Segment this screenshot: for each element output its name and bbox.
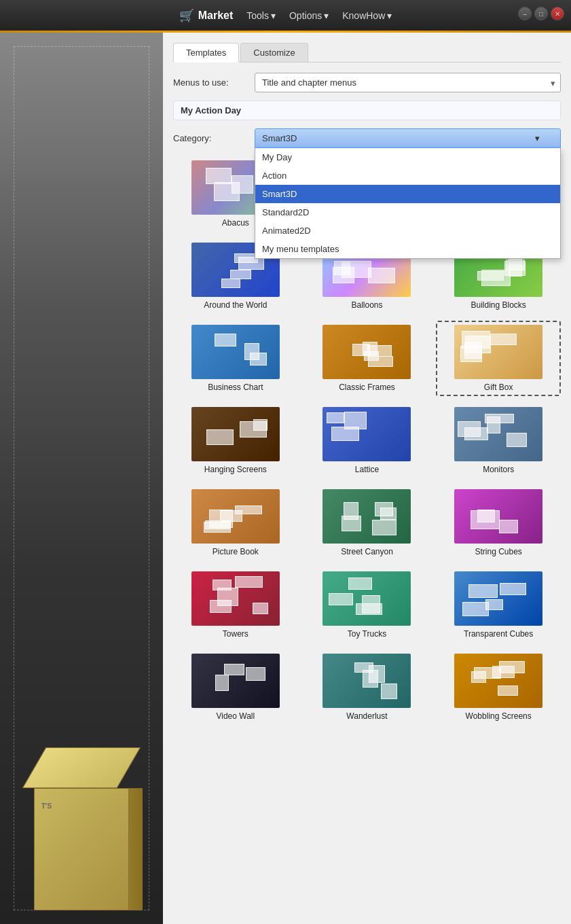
template-item-toy-trucks[interactable]: Toy Trucks xyxy=(305,567,430,643)
template-label-balloons: Balloons xyxy=(351,300,382,310)
project-name: My Action Day xyxy=(181,105,241,116)
template-thumb-string-cubes xyxy=(454,489,542,544)
template-item-video-wall[interactable]: Video Wall xyxy=(173,650,298,725)
category-option-my-day[interactable]: My Day xyxy=(255,148,560,166)
box-front-face: T'S xyxy=(34,788,129,910)
template-label-picture-book: Picture Book xyxy=(213,547,259,556)
template-thumb-wanderlust xyxy=(323,654,411,708)
close-button[interactable]: ✕ xyxy=(551,7,564,20)
template-label-monitors: Monitors xyxy=(483,465,514,474)
template-thumb-wobbling-screens xyxy=(454,654,542,708)
window-controls: – □ ✕ xyxy=(518,7,564,20)
template-item-street-canyon[interactable]: Street Canyon xyxy=(305,485,430,561)
category-option-smart3d[interactable]: Smart3D xyxy=(255,185,560,203)
template-item-string-cubes[interactable]: String Cubes xyxy=(436,485,561,561)
template-label-street-canyon: Street Canyon xyxy=(341,547,393,556)
template-item-wobbling-screens[interactable]: Wobbling Screens xyxy=(436,650,561,725)
options-menu[interactable]: Options ▾ xyxy=(289,10,329,21)
template-thumb-toy-trucks xyxy=(323,571,411,626)
menus-row: Menus to use: Title and chapter menus ▾ xyxy=(173,73,561,92)
category-arrow-icon: ▾ xyxy=(535,133,540,143)
template-item-wanderlust[interactable]: Wanderlust xyxy=(305,650,430,725)
category-selected-text: Smart3D xyxy=(262,133,297,143)
template-thumb-classic-frames xyxy=(323,325,411,379)
category-option-my-menu[interactable]: My menu templates xyxy=(255,240,560,258)
template-item-classic-frames[interactable]: Classic Frames xyxy=(305,321,430,396)
tab-bar: Templates Customize xyxy=(173,43,561,63)
template-thumb-gift-box xyxy=(454,325,542,379)
panel-illustration: T'S xyxy=(0,211,163,924)
right-panel: Templates Customize Menus to use: Title … xyxy=(163,33,571,924)
template-item-business-chart[interactable]: Business Chart xyxy=(173,321,298,396)
template-label-string-cubes: String Cubes xyxy=(475,547,521,556)
category-dropdown-selected[interactable]: Smart3D ▾ xyxy=(255,128,561,148)
category-row: Category: Smart3D ▾ My Day Action Smart3… xyxy=(173,128,561,148)
project-name-row: My Action Day xyxy=(173,101,561,120)
category-option-standard2d[interactable]: Standard2D xyxy=(255,203,560,221)
template-item-towers[interactable]: Towers xyxy=(173,567,298,643)
template-item-picture-book[interactable]: Picture Book xyxy=(173,485,298,561)
main-area: T'S Templates Customize Menus to use: Ti… xyxy=(0,33,571,924)
minimize-button[interactable]: – xyxy=(518,7,532,20)
market-icon: 🛒 xyxy=(179,8,194,23)
template-item-transparent-cubes[interactable]: Transparent Cubes xyxy=(436,567,561,643)
template-thumb-business-chart xyxy=(191,325,280,379)
template-thumb-towers xyxy=(191,571,280,626)
template-thumb-transparent-cubes xyxy=(454,571,542,626)
template-label-building-blocks: Building Blocks xyxy=(471,300,526,310)
box-top-face xyxy=(22,747,141,788)
template-label-towers: Towers xyxy=(223,629,248,639)
template-label-toy-trucks: Toy Trucks xyxy=(348,629,386,639)
category-dropdown-container: Smart3D ▾ My Day Action Smart3D Standard… xyxy=(255,128,561,148)
template-thumb-street-canyon xyxy=(323,489,411,544)
knowhow-arrow-icon: ▾ xyxy=(387,10,392,21)
template-item-hanging-screens[interactable]: Hanging Screens xyxy=(173,403,298,478)
template-label-around-world: Around the World xyxy=(204,300,267,310)
box-illustration: T'S xyxy=(14,707,149,910)
template-item-lattice[interactable]: Lattice xyxy=(305,403,430,478)
category-dropdown-list: My Day Action Smart3D Standard2D Animate… xyxy=(255,148,561,259)
tab-templates[interactable]: Templates xyxy=(173,43,239,63)
title-bar: 🛒 Market Tools ▾ Options ▾ KnowHow ▾ – □… xyxy=(0,0,571,31)
maximize-button[interactable]: □ xyxy=(534,7,548,20)
options-arrow-icon: ▾ xyxy=(324,10,329,21)
market-logo: 🛒 Market xyxy=(179,8,234,23)
template-thumb-video-wall xyxy=(191,654,280,708)
menus-select[interactable]: Title and chapter menus xyxy=(255,73,561,92)
category-option-action[interactable]: Action xyxy=(255,166,560,185)
template-label-transparent-cubes: Transparent Cubes xyxy=(464,629,533,639)
template-label-classic-frames: Classic Frames xyxy=(339,383,395,392)
template-label-business-chart: Business Chart xyxy=(208,383,263,392)
template-label-gift-box: Gift Box xyxy=(484,383,513,392)
template-thumb-hanging-screens xyxy=(191,407,280,461)
template-label-abacus: Abacus xyxy=(222,218,249,228)
category-option-animated2d[interactable]: Animated2D xyxy=(255,221,560,240)
menus-select-wrapper: Title and chapter menus ▾ xyxy=(255,73,561,92)
template-thumb-lattice xyxy=(323,407,411,461)
nav-bar: 🛒 Market Tools ▾ Options ▾ KnowHow ▾ xyxy=(179,8,392,23)
tools-menu[interactable]: Tools ▾ xyxy=(246,10,276,21)
template-thumb-picture-book xyxy=(191,489,280,544)
template-thumb-monitors xyxy=(454,407,542,461)
template-item-gift-box[interactable]: Gift Box xyxy=(436,321,561,396)
category-label: Category: xyxy=(173,133,248,143)
template-label-wobbling-screens: Wobbling Screens xyxy=(466,711,532,721)
left-panel: T'S xyxy=(0,33,163,924)
template-label-lattice: Lattice xyxy=(355,465,379,474)
template-label-hanging-screens: Hanging Screens xyxy=(204,465,267,474)
tab-customize[interactable]: Customize xyxy=(240,43,308,62)
market-title: Market xyxy=(198,10,234,22)
template-label-wanderlust: Wanderlust xyxy=(346,711,387,721)
template-item-monitors[interactable]: Monitors xyxy=(436,403,561,478)
menus-label: Menus to use: xyxy=(173,77,248,88)
tools-arrow-icon: ▾ xyxy=(271,10,276,21)
template-label-video-wall: Video Wall xyxy=(216,711,255,721)
knowhow-menu[interactable]: KnowHow ▾ xyxy=(342,10,392,21)
